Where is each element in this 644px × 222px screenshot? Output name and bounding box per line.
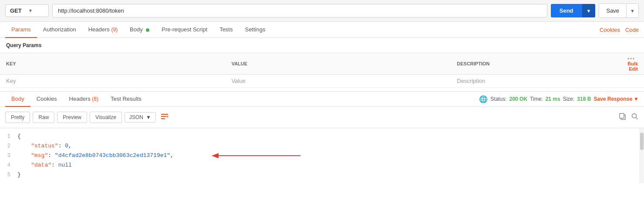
method-label: GET (10, 7, 26, 14)
save-response-label: Save Response (593, 96, 632, 102)
code-line-5: 5 } (0, 170, 644, 180)
query-params-title: Query Params (0, 38, 644, 53)
scrollbar-thumb[interactable] (640, 133, 644, 150)
tab-body[interactable]: Body (124, 22, 155, 38)
response-tabs: Body Cookies Headers (8) Test Results 🌐 … (0, 92, 644, 107)
svg-point-5 (632, 114, 637, 118)
code-line-1: 1 { (0, 132, 644, 141)
tab-authorization[interactable]: Authorization (37, 22, 82, 38)
svg-rect-4 (620, 113, 624, 118)
format-select[interactable]: JSON ▼ (125, 112, 156, 123)
response-section: Body Cookies Headers (8) Test Results 🌐 … (0, 91, 644, 183)
url-bar: GET ▼ Send ▼ Save ▼ (0, 0, 644, 22)
toolbar-right-icons (619, 113, 639, 122)
code-link[interactable]: Code (625, 27, 639, 33)
resp-tab-body[interactable]: Body (5, 92, 30, 107)
code-view: 1 { 2 "status": 0, 3 "msg": "d4cfad2e8b0… (0, 128, 644, 183)
response-meta: 🌐 Status: 200 OK Time: 21 ms Size: 318 B… (479, 95, 639, 103)
code-content-1: { (17, 132, 644, 141)
format-chevron-icon: ▼ (146, 114, 151, 120)
col-actions: ••• Bulk Edit (612, 53, 644, 75)
send-button[interactable]: Send (551, 4, 582, 17)
code-content-4: "data": null (17, 161, 644, 170)
col-value: VALUE (226, 53, 451, 75)
line-num-5: 5 (0, 170, 17, 180)
code-line-3: 3 "msg": "d4cfad2e8b0743cbb3063c2ed13719… (0, 151, 644, 161)
method-select[interactable]: GET ▼ (5, 4, 49, 17)
save-button[interactable]: Save (599, 4, 626, 17)
send-button-group: Send ▼ (551, 4, 596, 17)
description-cell[interactable]: Description (451, 75, 612, 88)
request-tabs-right: Cookies Code (600, 27, 639, 33)
size-value: 318 B (577, 96, 591, 102)
code-line-4: 4 "data": null (0, 161, 644, 170)
code-content-5: } (17, 170, 644, 180)
line-num-1: 1 (0, 132, 17, 141)
copy-icon[interactable] (619, 113, 627, 122)
code-content-2: "status": 0, (17, 141, 644, 151)
save-dropdown-button[interactable]: ▼ (626, 4, 638, 17)
view-preview-button[interactable]: Preview (57, 112, 87, 123)
code-line-2: 2 "status": 0, (0, 141, 644, 151)
size-label: Size: (563, 96, 575, 102)
tab-settings[interactable]: Settings (239, 22, 271, 38)
headers-badge: (9) (111, 27, 118, 33)
send-dropdown-button[interactable]: ▼ (582, 4, 596, 17)
globe-icon: 🌐 (479, 95, 488, 103)
body-toolbar: Pretty Raw Preview Visualize JSON ▼ (0, 107, 644, 128)
search-icon[interactable] (631, 113, 639, 122)
line-num-3: 3 (0, 151, 17, 161)
row-actions (612, 75, 644, 88)
value-cell[interactable]: Value (226, 75, 451, 88)
response-body: 1 { 2 "status": 0, 3 "msg": "d4cfad2e8b0… (0, 128, 644, 183)
col-description: DESCRIPTION (451, 53, 612, 75)
scrollbar-track[interactable] (640, 128, 644, 183)
tab-prerequest[interactable]: Pre-request Script (155, 22, 213, 38)
method-chevron-icon: ▼ (28, 8, 44, 13)
tab-headers[interactable]: Headers (9) (82, 22, 124, 38)
resp-tab-cookies[interactable]: Cookies (30, 92, 63, 107)
red-arrow-annotation (209, 150, 305, 162)
view-visualize-button[interactable]: Visualize (90, 112, 122, 123)
bulk-edit-link[interactable]: Bulk Edit (627, 61, 638, 72)
view-pretty-button[interactable]: Pretty (5, 112, 30, 123)
line-num-2: 2 (0, 141, 17, 151)
query-params-section: Query Params KEY VALUE DESCRIPTION ••• B… (0, 38, 644, 88)
wrap-icon[interactable] (158, 110, 171, 124)
resp-tab-testresults[interactable]: Test Results (105, 92, 148, 107)
time-label: Time: (530, 96, 543, 102)
save-response-button[interactable]: Save Response ▼ (593, 96, 639, 102)
params-table: KEY VALUE DESCRIPTION ••• Bulk Edit Key … (0, 53, 644, 88)
status-label: Status: (490, 96, 506, 102)
url-input[interactable] (52, 4, 547, 17)
cookies-link[interactable]: Cookies (600, 27, 620, 33)
table-row: Key Value Description (0, 75, 644, 88)
status-value: 200 OK (509, 96, 527, 102)
body-dot (146, 28, 149, 32)
code-content-3: "msg": "d4cfad2e8b0743cbb3063c2ed13719e1… (17, 151, 644, 161)
col-key: KEY (0, 53, 226, 75)
resp-headers-badge: (8) (92, 96, 98, 102)
time-value: 21 ms (546, 96, 560, 102)
resp-tab-headers[interactable]: Headers (8) (63, 92, 105, 107)
line-num-4: 4 (0, 161, 17, 170)
key-cell[interactable]: Key (0, 75, 226, 88)
view-raw-button[interactable]: Raw (33, 112, 54, 123)
three-dots-icon[interactable]: ••• (627, 56, 635, 61)
tab-tests[interactable]: Tests (213, 22, 239, 38)
request-tabs: Params Authorization Headers (9) Body Pr… (0, 22, 644, 38)
svg-line-6 (636, 118, 638, 120)
format-label: JSON (129, 114, 143, 120)
tab-params[interactable]: Params (5, 22, 37, 38)
save-button-group: Save ▼ (599, 3, 639, 18)
save-response-chevron: ▼ (634, 96, 639, 102)
